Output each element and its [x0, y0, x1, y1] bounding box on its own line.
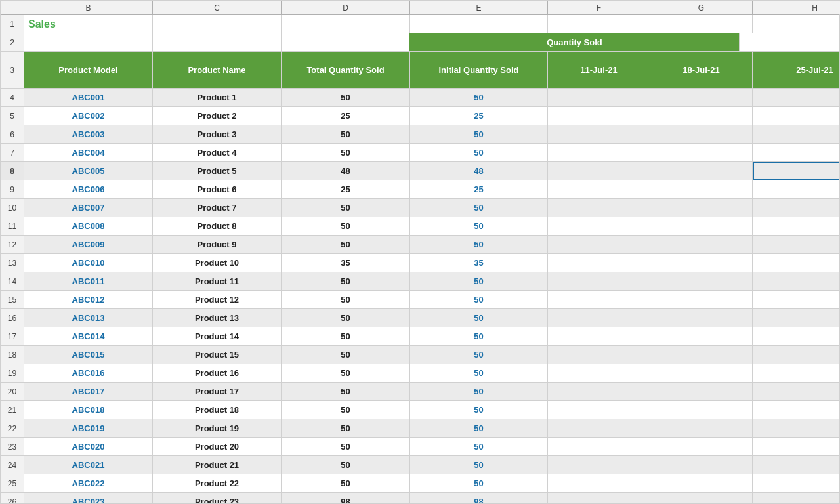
col-header-g[interactable]: G	[650, 1, 753, 14]
cell-name: Product 2	[153, 107, 282, 125]
cell-initial-qty: 50	[410, 217, 548, 235]
table-row[interactable]: ABC023 Product 23 98 98	[24, 493, 839, 503]
table-row[interactable]: ABC002 Product 2 25 25	[24, 107, 839, 125]
table-row[interactable]: ABC015 Product 15 50 50	[24, 346, 839, 364]
cell-date3[interactable]	[753, 162, 839, 180]
cell-date2	[650, 236, 753, 253]
row-num-10[interactable]: 10	[1, 199, 24, 217]
col-header-b[interactable]: B	[24, 1, 153, 14]
row-num-19[interactable]: 19	[1, 364, 24, 383]
row-num-17[interactable]: 17	[1, 327, 24, 346]
row-num-9[interactable]: 9	[1, 180, 24, 199]
table-row[interactable]: ABC022 Product 22 50 50	[24, 474, 839, 493]
cell-initial-qty: 50	[410, 419, 548, 437]
row-num-8[interactable]: 8	[1, 162, 24, 180]
cell-initial-qty: 50	[410, 309, 548, 327]
row-num-23[interactable]: 23	[1, 438, 24, 456]
cell-date2	[650, 291, 753, 308]
row-num-6[interactable]: 6	[1, 125, 24, 144]
row-num-25[interactable]: 25	[1, 474, 24, 493]
row-num-7[interactable]: 7	[1, 144, 24, 162]
cell-name: Product 20	[153, 438, 282, 455]
col-header-e[interactable]: E	[410, 1, 548, 14]
grid-content: Sales Quantity Sold Product Model Produc…	[24, 15, 839, 503]
row-num-1[interactable]: 1	[1, 15, 24, 33]
row-num-11[interactable]: 11	[1, 217, 24, 236]
cell-date1	[548, 254, 650, 272]
col-header-c[interactable]: C	[153, 1, 282, 14]
table-row[interactable]: ABC007 Product 7 50 50	[24, 199, 839, 217]
cell-date2	[650, 125, 753, 143]
cell-total-qty: 48	[282, 162, 410, 180]
table-row[interactable]: ABC008 Product 8 50 50	[24, 217, 839, 236]
corner-cell	[1, 1, 24, 14]
header-total-qty: Total Quantity Sold	[282, 52, 410, 88]
header-date1: 11-Jul-21	[548, 52, 650, 88]
table-row[interactable]: ABC006 Product 6 25 25	[24, 180, 839, 199]
table-row[interactable]: ABC009 Product 9 50 50	[24, 236, 839, 254]
cell-date3	[753, 327, 839, 345]
cell-name: Product 16	[153, 364, 282, 382]
row-num-15[interactable]: 15	[1, 291, 24, 309]
table-row[interactable]: ABC018 Product 18 50 50	[24, 401, 839, 419]
table-row[interactable]: ABC011 Product 11 50 50	[24, 272, 839, 291]
table-row[interactable]: ABC003 Product 3 50 50	[24, 125, 839, 144]
row1-h	[753, 15, 839, 33]
cell-name: Product 13	[153, 309, 282, 327]
table-row[interactable]: ABC021 Product 21 50 50	[24, 456, 839, 474]
row-num-14[interactable]: 14	[1, 272, 24, 291]
table-row[interactable]: ABC019 Product 19 50 50	[24, 419, 839, 438]
col-header-f[interactable]: F	[548, 1, 650, 14]
cell-date2	[650, 346, 753, 364]
table-row[interactable]: ABC001 Product 1 50 50	[24, 89, 839, 107]
row-1: Sales	[24, 15, 839, 33]
cell-date3	[753, 291, 839, 308]
table-row[interactable]: ABC004 Product 4 50 50	[24, 144, 839, 162]
row-num-16[interactable]: 16	[1, 309, 24, 327]
cell-total-qty: 50	[282, 272, 410, 290]
cell-date3	[753, 456, 839, 474]
row-num-24[interactable]: 24	[1, 456, 24, 474]
row-num-20[interactable]: 20	[1, 383, 24, 401]
table-row[interactable]: ABC010 Product 10 35 35	[24, 254, 839, 272]
row-num-12[interactable]: 12	[1, 236, 24, 254]
cell-date2	[650, 474, 753, 492]
row-num-22[interactable]: 22	[1, 419, 24, 438]
cell-total-qty: 25	[282, 107, 410, 125]
row-num-4[interactable]: 4	[1, 89, 24, 107]
row-num-26[interactable]: 26	[1, 493, 24, 503]
cell-date2	[650, 309, 753, 327]
cell-initial-qty: 50	[410, 144, 548, 161]
row-num-13[interactable]: 13	[1, 254, 24, 272]
table-row[interactable]: ABC005 Product 5 48 48	[24, 162, 839, 180]
row-num-18[interactable]: 18	[1, 346, 24, 364]
cell-date2	[650, 327, 753, 345]
table-row[interactable]: ABC016 Product 16 50 50	[24, 364, 839, 383]
cell-initial-qty: 50	[410, 327, 548, 345]
table-row[interactable]: ABC012 Product 12 50 50	[24, 291, 839, 309]
cell-total-qty: 25	[282, 180, 410, 198]
cell-date2	[650, 364, 753, 382]
row-num-2[interactable]: 2	[1, 33, 24, 52]
cell-date1	[548, 199, 650, 217]
row-num-5[interactable]: 5	[1, 107, 24, 125]
row-num-21[interactable]: 21	[1, 401, 24, 419]
table-row[interactable]: ABC017 Product 17 50 50	[24, 383, 839, 401]
cell-date3	[753, 383, 839, 400]
cell-name: Product 10	[153, 254, 282, 272]
cell-date1	[548, 309, 650, 327]
table-row[interactable]: ABC013 Product 13 50 50	[24, 309, 839, 327]
cell-date3	[753, 217, 839, 235]
cell-initial-qty: 25	[410, 180, 548, 198]
cell-initial-qty: 50	[410, 438, 548, 455]
cell-model: ABC006	[24, 180, 153, 198]
cell-total-qty: 50	[282, 364, 410, 382]
col-header-h[interactable]: H	[753, 1, 840, 14]
cell-date2	[650, 493, 753, 503]
row1-g	[650, 15, 753, 33]
col-header-d[interactable]: D	[282, 1, 410, 14]
table-row[interactable]: ABC020 Product 20 50 50	[24, 438, 839, 456]
table-row[interactable]: ABC014 Product 14 50 50	[24, 327, 839, 346]
row-num-3[interactable]: 3	[1, 52, 24, 89]
cell-name: Product 6	[153, 180, 282, 198]
